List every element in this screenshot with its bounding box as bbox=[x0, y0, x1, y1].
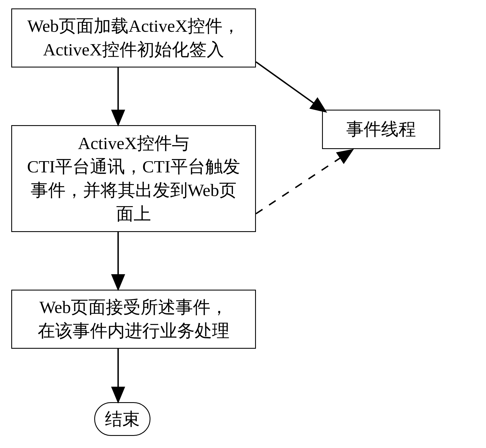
flowchart-step-3: Web页面接受所述事件， 在该事件内进行业务处理 bbox=[11, 290, 256, 349]
box1-line1: Web页面加载ActiveX控件， bbox=[27, 16, 240, 35]
box3-line1: Web页面接受所述事件， bbox=[39, 298, 228, 317]
box2-line2: CTI平台通讯，CTI平台触发 bbox=[27, 157, 240, 176]
svg-line-4 bbox=[256, 62, 325, 111]
side-box-text: 事件线程 bbox=[346, 118, 416, 141]
flowchart-step-2: ActiveX控件与 CTI平台通讯，CTI平台触发 事件，并将其出发到Web页… bbox=[11, 125, 256, 232]
box3-line2: 在该事件内进行业务处理 bbox=[38, 321, 230, 340]
flowchart-side-thread: 事件线程 bbox=[322, 110, 440, 149]
box2-line3: 事件，并将其出发到Web页 bbox=[31, 181, 237, 200]
end-text: 结束 bbox=[105, 407, 140, 431]
box2-line1: ActiveX控件与 bbox=[78, 134, 189, 153]
svg-line-5 bbox=[256, 150, 352, 214]
flowchart-end: 结束 bbox=[94, 402, 150, 436]
box1-line2: ActiveX控件初始化签入 bbox=[43, 40, 224, 59]
box2-line4: 面上 bbox=[116, 204, 151, 223]
flowchart-step-1: Web页面加载ActiveX控件， ActiveX控件初始化签入 bbox=[11, 8, 256, 67]
